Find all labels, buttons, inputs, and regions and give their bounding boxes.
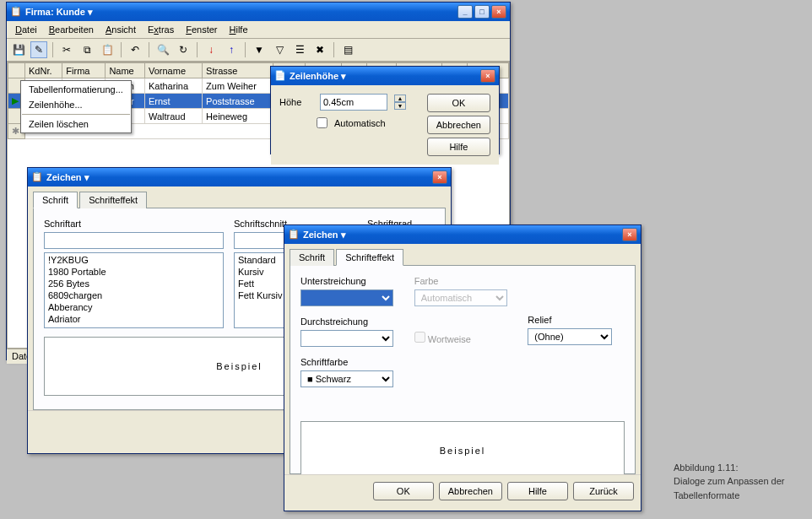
tab-schrifteffekt[interactable]: Schrifteffekt [79,192,147,208]
spinner-down-icon[interactable]: ▼ [394,102,406,110]
tb-filter3-icon[interactable]: ☰ [291,41,308,58]
tab-schrifteffekt[interactable]: Schrifteffekt [336,249,403,266]
tb-refresh-icon[interactable]: ↻ [175,41,192,58]
ctx-tabellenformatierung[interactable]: Tabellenformatierung... [22,82,130,97]
figure-caption: Abbildung 1.11: Dialoge zum Anpassen der… [674,461,809,503]
schriftfarbe-select[interactable]: ■ Schwarz [300,370,393,387]
zeichen-effekt-dialog: 📋 Zeichen ▾ × Schrift Schrifteffekt Unte… [284,224,641,511]
relief-select[interactable]: (Ohne) [528,328,612,345]
durchstreichung-select[interactable] [300,330,393,347]
tb-undo-icon[interactable]: ↶ [127,41,143,58]
menu-hilfe[interactable]: Hilfe [225,23,253,36]
tb-filter-icon[interactable]: ▼ [251,41,268,58]
relief-label: Relief [528,315,625,325]
tab-schrift[interactable]: Schrift [290,249,334,266]
help-button[interactable]: Hilfe [507,482,568,500]
maximize-button[interactable]: □ [474,5,490,19]
farbe-select: Automatisch [414,289,507,306]
schriftart-label: Schriftart [44,219,224,229]
close-button[interactable]: × [622,228,637,241]
zeilenhoehe-dialog: 📄 Zeilenhöhe ▾ × Höhe ▲ ▼ Automatisch OK… [270,66,500,154]
tb-sort-desc-icon[interactable]: ↑ [223,41,240,58]
dropdown-icon: ▾ [341,71,346,82]
font-listbox[interactable]: !Y2KBUG 1980 Portable 256 Bytes 6809char… [44,252,224,328]
help-button[interactable]: Hilfe [427,138,490,156]
close-button[interactable]: × [432,170,447,184]
menu-ansicht[interactable]: Ansicht [100,23,141,36]
main-title: Firma: Kunde [25,7,85,17]
close-button[interactable]: × [491,5,506,19]
auto-label: Automatisch [334,118,386,128]
example-box: Beispiel [300,421,625,480]
close-button[interactable]: × [480,69,495,83]
schriftart-input[interactable] [44,232,224,249]
ok-button[interactable]: OK [427,94,490,112]
col-name[interactable]: Name [106,63,145,78]
unterstreichung-select[interactable] [300,289,393,306]
dialog-icon: 📋 [31,171,43,183]
height-input[interactable] [320,94,387,111]
ok-button[interactable]: OK [373,482,434,500]
menu-fenster[interactable]: Fenster [181,23,222,36]
dialog-icon: 📋 [288,229,300,241]
wortweise-checkbox [414,332,425,343]
tb-find-icon[interactable]: 🔍 [154,41,171,58]
tb-edit-icon[interactable]: ✎ [30,41,47,58]
toolbar: 💾 ✎ ✂ ⧉ 📋 ↶ 🔍 ↻ ↓ ↑ ▼ ▽ ☰ ✖ ▤ [7,39,510,62]
wortweise-label: Wortweise [428,334,471,344]
ctx-zeilenhoehe[interactable]: Zeilenhöhe... [22,97,130,112]
tb-save-icon[interactable]: 💾 [10,41,27,58]
ctx-zeilen-loeschen[interactable]: Zeilen löschen [22,116,130,132]
tb-misc-icon[interactable]: ▤ [339,41,356,58]
farbe-label: Farbe [414,276,512,286]
zeichen2-titlebar[interactable]: 📋 Zeichen ▾ × [284,225,641,244]
context-menu: Tabellenformatierung... Zeilenhöhe... Ze… [20,80,132,133]
col-strasse[interactable]: Strasse [203,63,273,78]
durchstreichung-label: Durchstreichung [300,316,398,327]
tb-cut-icon[interactable]: ✂ [58,41,75,58]
dialog-icon: 📄 [274,70,286,82]
cancel-button[interactable]: Abbrechen [439,482,502,500]
app-icon: 📋 [10,6,22,18]
col-vorname[interactable]: Vorname [144,63,202,78]
zeilenhoehe-titlebar[interactable]: 📄 Zeilenhöhe ▾ × [271,67,499,85]
tb-copy-icon[interactable]: ⧉ [78,41,95,58]
back-button[interactable]: Zurück [573,482,634,500]
menu-bearbeiten[interactable]: Bearbeiten [44,23,99,36]
cancel-button[interactable]: Abbrechen [427,116,490,134]
tb-sort-asc-icon[interactable]: ↓ [203,41,219,58]
spinner-up-icon[interactable]: ▲ [394,95,406,102]
unterstreichung-label: Unterstreichung [300,276,398,286]
tab-schrift[interactable]: Schrift [33,192,78,208]
menu-extras[interactable]: Extras [143,23,179,36]
tb-filter2-icon[interactable]: ▽ [271,41,288,58]
tb-nofilter-icon[interactable]: ✖ [311,41,328,58]
dropdown-icon: ▾ [84,172,89,183]
col-firma[interactable]: Firma [62,63,106,78]
main-titlebar[interactable]: 📋 Firma: Kunde ▾ _ □ × [7,3,510,21]
dropdown-icon: ▾ [88,7,93,18]
schriftfarbe-label: Schriftfarbe [300,357,398,367]
minimize-button[interactable]: _ [457,5,473,19]
auto-checkbox[interactable] [317,117,328,128]
dropdown-icon: ▾ [341,230,346,241]
zeichen1-titlebar[interactable]: 📋 Zeichen ▾ × [28,168,451,187]
col-kdnr[interactable]: KdNr. [25,63,62,78]
height-label: Höhe [279,97,313,107]
tb-paste-icon[interactable]: 📋 [99,41,116,58]
menu-datei[interactable]: Datei [10,23,42,36]
menubar: Datei Bearbeiten Ansicht Extras Fenster … [7,21,510,39]
